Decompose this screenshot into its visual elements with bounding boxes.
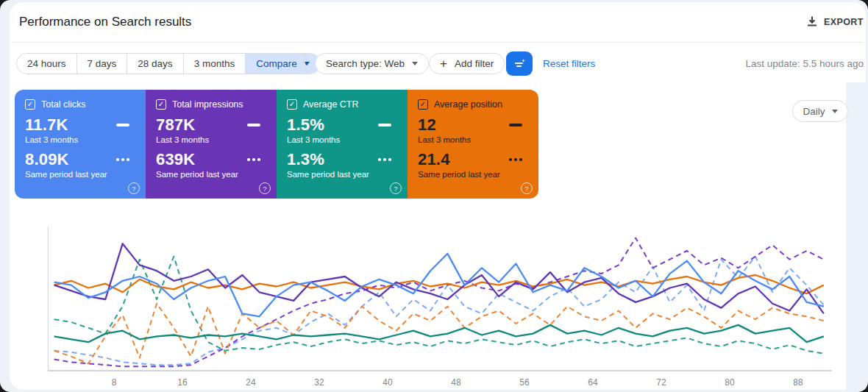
card-total-clicks[interactable]: ✓ Total clicks 11.7K Last 3 months 8.09K… <box>15 90 146 199</box>
date-range-3-months[interactable]: 3 months <box>183 54 246 74</box>
svg-text:40: 40 <box>383 377 393 388</box>
export-button[interactable]: EXPORT <box>807 16 864 27</box>
plus-icon: + <box>440 57 447 70</box>
chevron-down-icon <box>832 110 838 113</box>
solid-line-indicator-icon <box>116 124 129 126</box>
svg-text:16: 16 <box>177 377 188 388</box>
current-period-label: Last 3 months <box>25 135 135 144</box>
svg-text:24: 24 <box>246 377 256 388</box>
series-line <box>54 257 824 365</box>
last-update-text: Last update: 5.5 hours ago <box>745 58 864 69</box>
filter-settings-button[interactable] <box>506 51 533 76</box>
solid-line-indicator-icon <box>378 124 391 126</box>
page-title: Performance on Search results <box>19 15 191 29</box>
filter-row-divider <box>305 56 305 71</box>
svg-text:72: 72 <box>656 377 666 388</box>
filter-sparkle-icon <box>513 58 526 69</box>
add-filter-button[interactable]: + Add filter <box>429 53 505 74</box>
card-label: Total clicks <box>41 99 85 110</box>
current-value: 11.7K <box>25 115 68 135</box>
svg-text:48: 48 <box>451 377 461 388</box>
dashed-line-indicator-icon <box>378 158 391 161</box>
download-icon <box>807 16 817 27</box>
x-axis-tick-labels: 816243240485664728088 <box>112 377 803 388</box>
dashed-line-indicator-icon <box>116 158 129 161</box>
checkbox-checked-icon[interactable]: ✓ <box>25 99 35 110</box>
current-period-label: Last 3 months <box>418 135 528 144</box>
card-total-impressions[interactable]: ✓ Total impressions 787K Last 3 months 6… <box>146 90 277 199</box>
previous-value: 639K <box>156 150 195 169</box>
previous-period-label: Same period last year <box>287 170 397 179</box>
svg-text:56: 56 <box>519 377 530 388</box>
previous-value: 8.09K <box>25 150 69 169</box>
header-divider <box>12 42 864 43</box>
card-average-position[interactable]: ✓ Average position 12 Last 3 months 21.4… <box>408 90 538 199</box>
series-line <box>54 257 824 354</box>
dashed-line-indicator-icon <box>509 158 522 161</box>
screenshot-stage: Performance on Search results EXPORT 24 … <box>0 0 868 392</box>
help-icon[interactable]: ? <box>521 182 533 194</box>
date-range-24-hours[interactable]: 24 hours <box>17 54 77 74</box>
export-label: EXPORT <box>824 17 864 27</box>
previous-value: 1.3% <box>287 150 324 169</box>
card-label: Total impressions <box>172 99 243 110</box>
svg-text:8: 8 <box>112 377 117 388</box>
previous-period-label: Same period last year <box>25 170 135 179</box>
card-label: Average CTR <box>303 99 359 110</box>
current-period-label: Last 3 months <box>287 135 397 144</box>
solid-line-indicator-icon <box>509 124 522 126</box>
card-label: Average position <box>434 99 502 110</box>
current-value: 12 <box>418 115 436 135</box>
svg-text:88: 88 <box>793 377 803 388</box>
current-value: 787K <box>156 115 195 135</box>
date-range-28-days[interactable]: 28 days <box>127 54 182 74</box>
previous-period-label: Same period last year <box>156 170 266 179</box>
svg-text:32: 32 <box>314 377 324 388</box>
svg-text:64: 64 <box>588 377 598 388</box>
checkbox-checked-icon[interactable]: ✓ <box>287 99 297 110</box>
search-type-label: Search type: Web <box>326 58 405 69</box>
help-icon[interactable]: ? <box>390 182 402 194</box>
help-icon[interactable]: ? <box>259 182 271 194</box>
performance-chart: 816243240485664728088 <box>0 219 868 392</box>
date-range-7-days[interactable]: 7 days <box>77 54 127 74</box>
chart-series <box>54 238 824 367</box>
search-console-performance-page: Performance on Search results EXPORT 24 … <box>0 0 868 392</box>
add-filter-label: Add filter <box>455 58 494 69</box>
compare-dropdown[interactable]: Compare <box>245 54 320 74</box>
dashed-line-indicator-icon <box>247 158 260 161</box>
svg-text:80: 80 <box>725 377 735 388</box>
card-average-ctr[interactable]: ✓ Average CTR 1.5% Last 3 months 1.3% Sa… <box>277 90 408 199</box>
series-line <box>54 243 824 313</box>
chevron-down-icon <box>412 62 418 65</box>
current-period-label: Last 3 months <box>156 135 266 144</box>
checkbox-checked-icon[interactable]: ✓ <box>156 99 166 110</box>
help-icon[interactable]: ? <box>128 182 140 194</box>
granularity-label: Daily <box>803 106 825 117</box>
date-range-selector: 24 hours 7 days 28 days 3 months Compare <box>16 53 321 74</box>
search-type-dropdown[interactable]: Search type: Web <box>315 53 429 74</box>
metric-cards-row: ✓ Total clicks 11.7K Last 3 months 8.09K… <box>15 90 538 199</box>
granularity-dropdown[interactable]: Daily <box>792 100 848 122</box>
checkbox-checked-icon[interactable]: ✓ <box>418 99 428 110</box>
reset-filters-link[interactable]: Reset filters <box>543 58 595 69</box>
previous-value: 21.4 <box>418 150 450 169</box>
previous-period-label: Same period last year <box>418 170 528 179</box>
compare-label: Compare <box>256 58 297 69</box>
solid-line-indicator-icon <box>247 124 260 126</box>
current-value: 1.5% <box>287 115 324 135</box>
series-line <box>54 325 824 342</box>
